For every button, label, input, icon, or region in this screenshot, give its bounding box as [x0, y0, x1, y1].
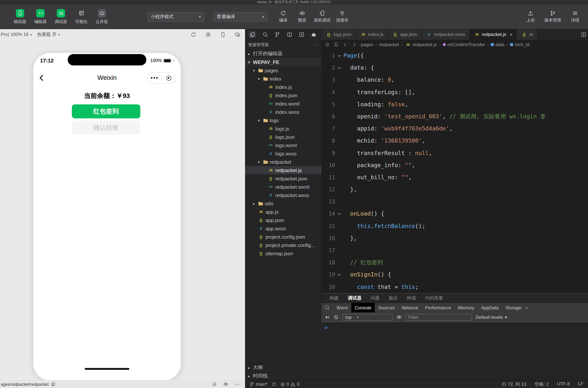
panel-tab-构建[interactable]: 构建	[330, 295, 339, 301]
close-tab-icon[interactable]: ×	[510, 32, 513, 37]
panel-tab-终端[interactable]: 终端	[407, 295, 416, 301]
tree-item-index.json[interactable]: {}index.json	[245, 91, 321, 99]
record-icon[interactable]	[205, 32, 211, 37]
devtools-tab-Storage[interactable]: Storage	[502, 303, 525, 312]
eye-icon[interactable]	[223, 381, 228, 387]
split-icon[interactable]	[287, 32, 292, 37]
inspect-element-icon[interactable]	[321, 305, 333, 311]
tree-item-redpacket.js[interactable]: JSredpacket.js	[245, 166, 321, 174]
editor-tab-index.js[interactable]: JSindex.js	[356, 29, 388, 40]
devtools-tab-Console[interactable]: Console	[351, 303, 375, 312]
toolbar-clear-cache-button[interactable]: 清缓存	[334, 10, 351, 23]
fold-chevron-icon[interactable]	[335, 49, 343, 62]
editor-tab-redpacket.js[interactable]: JSredpacket.js×	[470, 29, 517, 40]
fold-chevron-icon[interactable]	[335, 208, 343, 220]
outline-section[interactable]: ▸ 大纲	[245, 364, 321, 372]
arrow-left-icon[interactable]	[343, 42, 348, 47]
sync-icon[interactable]	[271, 382, 276, 387]
toolbar-cloud-dev-button[interactable]: 云开发	[93, 9, 110, 24]
panel-tab-调试器[interactable]: 调试器	[348, 295, 361, 301]
cloud-filled-icon[interactable]	[311, 32, 316, 37]
eol[interactable]: LF	[578, 381, 584, 388]
tree-item-app.wxss[interactable]: #app.wxss	[245, 224, 321, 233]
compile-select[interactable]: 普通编译 ▾	[213, 12, 267, 21]
editor-tab-redpacket.wxss[interactable]: #redpacket.wxss	[422, 29, 470, 40]
toolbar-editor-button[interactable]: 编辑器	[32, 9, 49, 24]
devtools-tab-Wxml[interactable]: Wxml	[333, 303, 351, 312]
dots-h-icon[interactable]	[235, 381, 240, 387]
toolbar-visual-button[interactable]: 可视化	[72, 9, 90, 24]
toolbar-upload-button[interactable]: 上传	[522, 10, 539, 23]
console-sidebar-icon[interactable]	[325, 315, 330, 320]
tree-item-app.json[interactable]: {}app.json	[245, 216, 321, 224]
breadcrumb-item[interactable]: mch_id	[510, 42, 529, 47]
toolbar-simulator-button[interactable]: 模拟器	[11, 9, 29, 24]
branch-icon[interactable]	[275, 32, 280, 37]
search-icon[interactable]	[262, 32, 268, 37]
tree-item-pages[interactable]: ▾pages	[245, 66, 321, 74]
panel-tab-代码质量[interactable]: 代码质量	[425, 295, 443, 301]
console-output[interactable]: >	[321, 322, 588, 380]
list-icon[interactable]	[325, 42, 330, 47]
encoding[interactable]: UTF-8	[557, 381, 570, 388]
toolbar-device-debug-button[interactable]: 真机调试	[313, 10, 332, 23]
devtools-tab-Memory[interactable]: Memory	[454, 303, 478, 312]
toolbar-inspector-button[interactable]: 调试器	[52, 9, 70, 24]
tree-item-project.private.config...[interactable]: {}project.private.config...	[245, 241, 321, 249]
clear-console-icon[interactable]	[333, 315, 339, 320]
timeline-section[interactable]: ▸ 时间线	[245, 372, 321, 380]
tree-item-logs.wxml[interactable]: <>logs.wxml	[245, 141, 321, 149]
bell-icon[interactable]	[212, 381, 217, 387]
toolbar-preview-button[interactable]: 预览	[294, 10, 310, 23]
code-editor[interactable]: 1Page({2data: {3balance: 0,4transferLogs…	[321, 49, 588, 293]
phone-icon[interactable]	[220, 32, 226, 37]
editor-tab-re[interactable]: {}re	[517, 29, 538, 40]
tree-item-logs.wxss[interactable]: #logs.wxss	[245, 149, 321, 158]
indent-setting[interactable]: 空格: 2	[535, 381, 549, 388]
mode-select[interactable]: 小程序模式 ▾	[147, 12, 204, 21]
panel-tab-问题[interactable]: 问题	[371, 295, 380, 301]
fold-chevron-icon[interactable]	[335, 269, 343, 281]
toolbar-details-button[interactable]: 详情	[567, 10, 584, 23]
more-menu-icon[interactable]	[147, 77, 161, 79]
arrow-right-icon[interactable]	[352, 42, 357, 47]
signin-button[interactable]: 红包签到	[72, 104, 140, 118]
breadcrumb-item[interactable]: data	[491, 42, 504, 47]
screens-icon[interactable]	[235, 32, 240, 37]
files-icon[interactable]	[249, 31, 256, 38]
tree-item-project.config.json[interactable]: {}project.config.json	[245, 233, 321, 241]
git-branch[interactable]: main*	[250, 382, 267, 387]
project-root[interactable]: ▾ WEPAY_FE	[245, 58, 321, 66]
devtools-tab-Performance[interactable]: Performance	[422, 303, 454, 312]
tree-item-redpacket[interactable]: ▾redpacket	[245, 158, 321, 166]
frame-icon[interactable]	[299, 32, 305, 37]
device-zoom-select[interactable]: Pro) 100% 16 ▾	[1, 32, 32, 37]
panel-tab-输出[interactable]: 输出	[389, 295, 398, 301]
split-icon[interactable]	[581, 32, 587, 37]
tree-item-sitemap.json[interactable]: {}sitemap.json	[245, 249, 321, 258]
devtools-tab-Network[interactable]: Network	[398, 303, 422, 312]
tree-item-logs.js[interactable]: JSlogs.js	[245, 124, 321, 133]
copy-path-icon[interactable]	[51, 382, 55, 386]
tree-item-redpacket.wxml[interactable]: <>redpacket.wxml	[245, 183, 321, 191]
console-context-select[interactable]: top ▾	[343, 314, 393, 320]
tree-item-logs[interactable]: ▾logs	[245, 116, 321, 124]
exit-target-icon[interactable]	[162, 75, 176, 80]
console-filter-input[interactable]: Filter	[406, 314, 472, 320]
more-actions-icon[interactable]: ···	[313, 42, 318, 47]
problems-indicator[interactable]: 0 0	[280, 382, 300, 387]
tree-item-redpacket.wxss[interactable]: #redpacket.wxss	[245, 191, 321, 199]
confirm-transfer-button[interactable]: 确认转账	[72, 121, 140, 135]
tree-item-index.js[interactable]: JSindex.js	[245, 83, 321, 91]
breadcrumb-item[interactable]: pages	[361, 42, 373, 47]
breadcrumb-item[interactable]: onConfirmTransfer	[443, 42, 485, 47]
bookmark-icon[interactable]	[333, 42, 339, 47]
breadcrumb-item[interactable]: JSredpacket.js	[405, 42, 437, 48]
editor-tab-logs.json[interactable]: {}logs.json	[321, 29, 356, 40]
tree-item-utils[interactable]: ▸utils	[245, 199, 321, 208]
fold-chevron-icon[interactable]	[335, 62, 343, 74]
tabs-overflow-icon[interactable]: »	[526, 305, 528, 310]
devtools-tab-Sources[interactable]: Sources	[375, 303, 398, 312]
tree-item-index.wxml[interactable]: <>index.wxml	[245, 99, 321, 108]
toolbar-version-button[interactable]: 版本管理	[543, 10, 562, 23]
